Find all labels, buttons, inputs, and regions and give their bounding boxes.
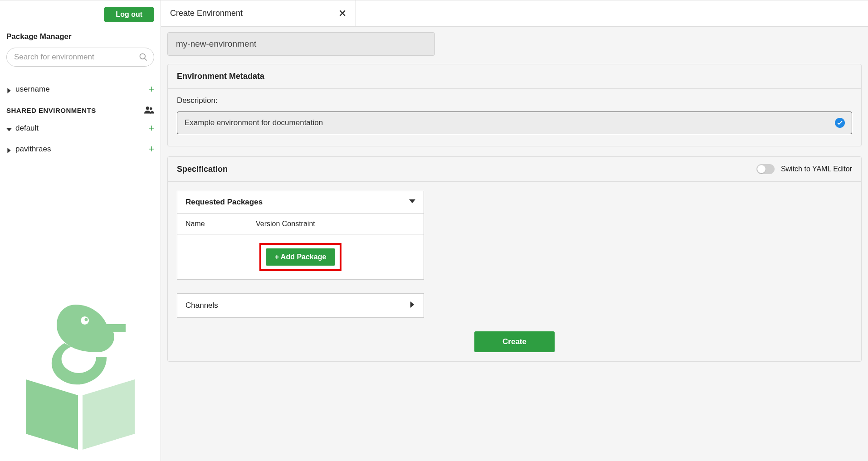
yaml-toggle-label: Switch to YAML Editor xyxy=(781,165,852,173)
check-icon xyxy=(835,118,845,128)
sidebar: Log out Package Manager username + xyxy=(0,0,161,461)
svg-marker-6 xyxy=(7,148,10,153)
description-input[interactable] xyxy=(177,112,852,134)
column-name: Name xyxy=(185,220,256,228)
sidebar-item-default[interactable]: default + xyxy=(0,118,161,139)
svg-point-8 xyxy=(85,318,88,321)
people-icon xyxy=(144,106,154,114)
description-label: Description: xyxy=(177,96,852,105)
search-icon xyxy=(139,53,148,62)
card-title: Environment Metadata xyxy=(168,64,861,89)
add-package-button[interactable]: + Add Package xyxy=(266,248,336,266)
add-icon[interactable]: + xyxy=(148,84,154,94)
column-version: Version Constraint xyxy=(256,220,315,228)
chevron-down-icon xyxy=(409,198,415,207)
channels-panel-title: Channels xyxy=(185,301,218,310)
sidebar-item-pavithraes[interactable]: pavithraes + xyxy=(0,139,161,160)
svg-point-0 xyxy=(140,54,146,59)
svg-marker-9 xyxy=(409,199,415,203)
channels-panel[interactable]: Channels xyxy=(177,293,424,318)
specification-card: Specification Switch to YAML Editor Requ… xyxy=(167,156,862,362)
svg-marker-2 xyxy=(7,88,10,93)
environment-metadata-card: Environment Metadata Description: xyxy=(167,64,862,146)
yaml-toggle[interactable] xyxy=(756,164,775,174)
sidebar-item-label: default xyxy=(15,124,39,133)
tab-title: Create Environment xyxy=(170,9,243,18)
close-icon[interactable]: ✕ xyxy=(338,9,346,19)
svg-line-1 xyxy=(145,58,147,61)
svg-point-3 xyxy=(146,107,149,110)
caret-right-icon xyxy=(6,87,12,92)
chevron-right-icon xyxy=(409,301,415,310)
add-icon[interactable]: + xyxy=(148,123,154,133)
requested-packages-header[interactable]: Requested Packages xyxy=(177,191,424,214)
app-title: Package Manager xyxy=(6,32,154,41)
add-package-highlight: + Add Package xyxy=(259,243,342,271)
caret-down-icon xyxy=(6,126,12,131)
caret-right-icon xyxy=(6,146,12,152)
shared-environments-header: SHARED ENVIRONMENTS xyxy=(0,100,161,118)
svg-point-7 xyxy=(81,316,89,325)
search-input[interactable] xyxy=(6,48,154,67)
add-icon[interactable]: + xyxy=(148,144,154,154)
sidebar-item-label: username xyxy=(15,85,50,94)
logo xyxy=(0,289,161,461)
tab-bar: Create Environment ✕ xyxy=(161,0,868,27)
svg-point-4 xyxy=(150,107,152,110)
svg-marker-10 xyxy=(410,301,414,308)
logout-button[interactable]: Log out xyxy=(104,7,154,22)
svg-marker-5 xyxy=(6,128,12,131)
card-title: Specification xyxy=(177,165,228,174)
environment-name-field[interactable]: my-new-environment xyxy=(167,32,435,56)
sidebar-item-label: pavithraes xyxy=(15,145,51,154)
main-content: Create Environment ✕ my-new-environment … xyxy=(161,0,868,461)
tab-create-environment[interactable]: Create Environment ✕ xyxy=(161,0,356,26)
requested-packages-panel: Requested Packages Name Version Constrai… xyxy=(177,191,424,280)
create-button[interactable]: Create xyxy=(474,331,555,352)
sidebar-item-username[interactable]: username + xyxy=(0,79,161,100)
